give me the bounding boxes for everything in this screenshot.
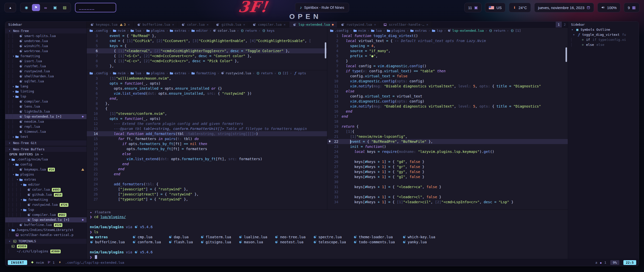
scrollbar-handle[interactable] — [325, 42, 326, 58]
editor-pane-rustywind[interactable]: .config›nvim›lua›plugins›extras›formatti… — [87, 70, 327, 210]
breadcrumb-segment[interactable]: lua — [371, 29, 382, 32]
breadcrumb-segment[interactable]: {}[2] — [278, 71, 288, 75]
tree-item[interactable]: │ │ │ │ color.lua#493 — [5, 187, 87, 192]
tree-item[interactable]: │ ~/.c/n/l/plugins#3980 — [5, 249, 87, 254]
tree-item[interactable]: │ ▾formatting — [5, 54, 87, 59]
breadcrumb-segment[interactable]: extras — [410, 29, 427, 32]
floaterm-pane[interactable]: ▸ Floaterm ❯ cd lua/plugins/nvim/lua/plu… — [87, 210, 568, 259]
tree-title[interactable]: OPEN BUFFERS in ~ — [5, 152, 87, 157]
power-button[interactable]: ◉ — [22, 4, 30, 11]
breadcrumb-segment[interactable]: plugins — [387, 29, 405, 32]
tree-item[interactable]: │ │ │ ▾lsp — [5, 207, 87, 212]
copy-button[interactable]: ▣ — [51, 4, 59, 11]
tree-item[interactable]: │ │ lsp-extended.lu [+]● — [5, 114, 87, 119]
music-widget[interactable]: ♪ Spiritbox - Rule Of Nines — [295, 3, 349, 12]
tab-keymaps-lua[interactable]: keymaps.lua3× — [87, 22, 134, 27]
tree-item[interactable]: │ ▾config — [5, 162, 87, 167]
symbols-outline-header[interactable]: ▾ ▦ Symbols Outline — [568, 27, 639, 32]
temperature-widget[interactable]: 24°C — [509, 3, 531, 12]
tree-item[interactable]: │ │ lightbulb.lua — [5, 109, 87, 114]
scrollbar-handle[interactable] — [566, 47, 567, 62]
tree-item[interactable]: │ │ undotree.lua — [5, 39, 87, 44]
tabpage-1[interactable]: 1 — [556, 22, 562, 27]
topbar-input[interactable]: ______ — [75, 3, 116, 12]
breadcrumb-segment[interactable]: nvim — [353, 29, 366, 32]
tab-scrollbar-handle-[interactable]: scrollbar-handle-…× — [380, 22, 432, 27]
close-tab-icon[interactable]: × — [284, 23, 286, 26]
tree-item[interactable]: │ │ rustfmt.lua — [5, 64, 87, 69]
outline-item[interactable]: ▾ƒtoggle_diag_virtextfu — [568, 32, 639, 37]
breadcrumb-segment[interactable]: lsp — [432, 29, 442, 32]
tree-item[interactable]: │ │ │ │ rustywind.lua#726 — [5, 202, 87, 207]
tab-color-lua[interactable]: color.lua× — [178, 22, 212, 27]
breadcrumb-segment[interactable]: lua — [131, 71, 141, 75]
breadcrumb-segment[interactable]: editor — [191, 29, 208, 32]
breadcrumb-segment[interactable]: lua — [131, 29, 141, 32]
tree-section-terminals[interactable]: ▾TERMINALS — [5, 238, 87, 244]
tab-compiler-lua[interactable]: compiler.lua× — [249, 22, 290, 27]
close-tab-icon[interactable]: × — [172, 23, 174, 26]
date-widget[interactable]: jueves, noviembre 16, 2023 — [534, 3, 594, 12]
tree-item[interactable]: │ │ timeout.lua — [5, 129, 87, 134]
breadcrumb-segment[interactable]: .config — [89, 71, 108, 75]
breadcrumb-segment[interactable]: {}return — [256, 71, 273, 75]
keyboard-layout-widget[interactable]: US — [485, 3, 505, 12]
tree-item[interactable]: │ │ ▾extras — [5, 177, 87, 182]
git-branch[interactable]: 1 — [47, 261, 55, 264]
breadcrumb-segment[interactable]: .config — [330, 29, 348, 32]
tree-item[interactable]: #2859 — [5, 244, 87, 249]
tree-item[interactable]: │ │ neodim.lua — [5, 119, 87, 124]
volume-widget[interactable]: 100% — [597, 3, 620, 12]
tree-section-neo-tree[interactable]: ▾Neo-Tree — [5, 28, 87, 33]
tree-item[interactable]: │ │ compiler.lua — [5, 99, 87, 104]
counter-widget[interactable]: 9▦ — [624, 3, 639, 12]
close-tab-icon[interactable]: × — [128, 23, 130, 26]
tab-github-lua[interactable]: github.lua× — [212, 22, 249, 27]
breadcrumb-segment[interactable]: {}return — [489, 29, 505, 32]
tree-item[interactable]: │ ▸linting — [5, 89, 87, 94]
tree-item[interactable]: │ │ │ │ lsp-extended.lu [+]● — [5, 217, 87, 222]
tree-item[interactable]: │ │ shellharden.lua — [5, 74, 87, 79]
breadcrumb-segment[interactable]: plugins — [146, 29, 165, 32]
tree-item[interactable]: │ ▸test — [5, 134, 87, 139]
infinity-button[interactable]: ∞ — [42, 4, 50, 11]
breadcrumb-segment[interactable]: ƒopts — [293, 71, 306, 75]
notes-button[interactable]: ▤ — [61, 4, 69, 11]
outline-item[interactable]: │ ◇elseelse — [568, 42, 639, 47]
breadcrumb-segment[interactable]: .config — [89, 29, 108, 32]
breadcrumb-segment[interactable]: color.lua — [213, 29, 235, 32]
tree-item[interactable]: │ │ winshift.lua — [5, 44, 87, 49]
breadcrumb-segment[interactable]: lsp-extended.lua — [448, 29, 484, 32]
tree-section-neo-tree-git[interactable]: ▾Neo-Tree Git — [5, 140, 87, 146]
tree-item[interactable]: │ ▾plugins — [5, 172, 87, 177]
flag-button[interactable]: ⚑ — [32, 4, 40, 11]
close-tab-icon[interactable]: × — [426, 23, 428, 26]
editor-pane-lsp[interactable]: .config›nvim›lua›plugins›extras›lsp›lsp-… — [327, 28, 568, 210]
tree-item[interactable]: │ │ │ │ compiler.lua#682 — [5, 212, 87, 217]
tree-item[interactable]: │ │ isort.lua — [5, 59, 87, 64]
breadcrumb-segment[interactable]: plugins — [146, 71, 165, 75]
editor-pane-color[interactable]: .config›nvim›lua›plugins›extras›editor›c… — [87, 28, 327, 70]
launcher-button[interactable]: ▲ — [5, 3, 16, 12]
tree-item[interactable]: │ │ │ ▾editor — [5, 182, 87, 187]
tree-item[interactable]: │ │ repl.lua — [5, 124, 87, 129]
tree-item[interactable]: │ │ keymaps.lua#10 — [5, 167, 87, 172]
tab-lsp-extended-lua[interactable]: lsp-extended.lua● — [289, 22, 337, 27]
tree-item[interactable]: │ │ worktree.lua — [5, 49, 87, 54]
breadcrumb-segment[interactable]: {}[1] — [510, 29, 521, 32]
tree-item[interactable]: │ │ │ │ github.lua#654 — [5, 192, 87, 197]
outline-item[interactable]: │ ◇ifif type(config.vi — [568, 37, 639, 42]
tree-item[interactable]: │ │ sqlfmt.lua — [5, 79, 87, 84]
tree-item[interactable]: ▾.config/nvim/lua — [5, 157, 87, 162]
breadcrumb-segment[interactable]: {}return — [240, 29, 257, 32]
tree-item[interactable]: │ │ bufferline.lua#328 — [5, 222, 87, 227]
breadcrumb-segment[interactable]: nvim — [113, 29, 126, 32]
breadcrumb-segment[interactable]: rustywind.lua — [221, 71, 251, 75]
tree-item[interactable]: │ │ │ ▾formatting — [5, 197, 87, 202]
close-tab-icon[interactable]: × — [243, 23, 245, 26]
tree-item[interactable]: │ │ smart-splits.lua — [5, 33, 87, 39]
tree-item[interactable]: │ scrollbar-handle-vertical.p — [5, 232, 87, 237]
close-tab-icon[interactable]: × — [374, 23, 376, 26]
tree-item[interactable]: │ │ lens.lua — [5, 104, 87, 109]
breadcrumb-segment[interactable]: {}keys — [262, 29, 274, 32]
